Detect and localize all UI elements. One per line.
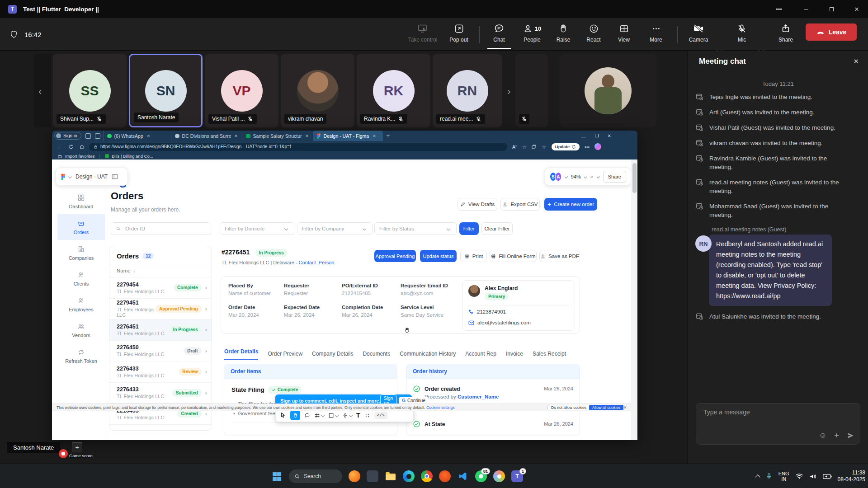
more-button[interactable]: More [646, 22, 666, 49]
sidebar-item-dashboard[interactable]: Dashboard [57, 188, 105, 214]
share-button[interactable]: Share [774, 22, 797, 49]
sidebar-item-companies[interactable]: Companies [57, 240, 105, 266]
tab-search-icon[interactable] [85, 133, 91, 139]
fill-online-form-button[interactable]: Fill Online Form [490, 250, 537, 262]
react-button[interactable]: React [582, 22, 605, 49]
new-tab-icon[interactable]: + [387, 132, 390, 139]
layout-panels-icon[interactable] [112, 174, 118, 179]
browser-tab[interactable]: DC Divisions and Surroundings✕ [171, 131, 242, 141]
deny-cookies-button[interactable]: Do not allow cookies [547, 405, 590, 410]
tab-close-icon[interactable]: ✕ [306, 134, 309, 138]
favorites-bar-icon[interactable]: ☆ [542, 144, 546, 150]
import-favorites-label[interactable]: Import favorites [65, 154, 94, 159]
tab-communication-history[interactable]: Communication History [400, 351, 456, 357]
create-new-order-button[interactable]: +Create new order [544, 198, 597, 211]
spotlight-video-tile[interactable] [559, 54, 656, 127]
app-icon[interactable] [367, 470, 378, 482]
tab-close-icon[interactable]: ✕ [147, 134, 151, 138]
zoom-level[interactable]: 94% [571, 174, 581, 179]
video-tile[interactable]: RK Ravindra K... [357, 54, 430, 127]
move-tool-icon[interactable] [280, 412, 286, 418]
teams-icon[interactable]: T1 [511, 470, 523, 482]
language-indicator[interactable]: ENGIN [778, 471, 789, 482]
figma-file-name[interactable]: Design - UAT [75, 174, 108, 180]
frame-tool[interactable] [314, 413, 324, 418]
scroll-left-chevron-icon[interactable]: ‹ [38, 86, 42, 98]
chat-message-input[interactable] [703, 408, 838, 416]
tab-order-details[interactable]: Order Details [224, 348, 258, 360]
read-aloud-icon[interactable]: A)) [512, 144, 517, 150]
titlebar-more-icon[interactable]: ••• [769, 0, 789, 18]
view-button[interactable]: View [614, 22, 634, 49]
scroll-right-chevron-icon[interactable]: › [507, 86, 510, 98]
order-row[interactable]: 2279451TL Flex Holdings LLC Approval Pen… [109, 299, 212, 320]
tab-account-rep[interactable]: Account Rep [465, 351, 496, 357]
contact-person-link[interactable]: Contact_Person. [299, 260, 336, 265]
collaborator-avatar[interactable]: A [555, 172, 562, 181]
emoji-icon[interactable]: ☺ [819, 431, 827, 440]
tiles-left-paddle[interactable] [34, 54, 51, 127]
browser-minimize-icon[interactable] [581, 133, 586, 138]
tray-expand-chevron-icon[interactable] [755, 474, 760, 479]
browser-signin-button[interactable]: Sign in [54, 132, 81, 140]
sidebar-item-refresh-token[interactable]: Refresh Token [57, 343, 105, 369]
whatsapp-icon[interactable]: 81 [475, 470, 487, 482]
tab-order-preview[interactable]: Order Preview [268, 351, 302, 357]
close-button[interactable]: ✕ [846, 0, 867, 18]
lasso-tool-icon[interactable] [304, 413, 310, 418]
chat-button[interactable]: Chat [487, 22, 511, 49]
file-explorer-icon[interactable] [385, 470, 396, 482]
browser-tab[interactable]: Sample Salary Structure with calc✕ [242, 131, 313, 141]
order-row[interactable]: 2279454TL Flex Holdings LLC Complete› [109, 277, 212, 299]
url-field[interactable]: https://www.figma.com/design/9BKQ0FOHRWa… [89, 143, 507, 151]
figma-share-button[interactable]: Share [603, 171, 626, 183]
browser-maximize-icon[interactable] [595, 133, 599, 138]
tray-mic-icon[interactable] [765, 473, 773, 480]
browser-more-icon[interactable]: ••• [585, 144, 590, 150]
camera-button[interactable]: Camera [685, 22, 712, 49]
column-name[interactable]: Name [117, 268, 131, 273]
send-icon[interactable] [846, 432, 854, 440]
chrome-icon[interactable] [421, 470, 433, 482]
update-button[interactable]: Update [552, 143, 580, 150]
present-play-icon[interactable] [590, 174, 594, 179]
maximize-button[interactable] [821, 0, 842, 18]
wifi-icon[interactable] [795, 473, 803, 479]
mic-button[interactable]: Mic [731, 22, 752, 49]
tab-company-details[interactable]: Company Details [312, 351, 353, 357]
customer-link[interactable]: Customer_Name [458, 394, 499, 399]
overlay-plus-button[interactable]: + [72, 442, 82, 452]
video-tile[interactable]: SS Shivani Sup... [53, 54, 127, 127]
filter-company-select[interactable]: Filter by Company [297, 222, 373, 235]
video-tile-active-speaker[interactable]: SN Santosh Narate [129, 54, 203, 127]
collections-icon[interactable] [531, 144, 537, 150]
hand-tool-icon-active[interactable] [290, 410, 300, 420]
cookies-settings-link[interactable]: Cookies settings [426, 405, 454, 410]
figma-logo-icon[interactable] [61, 174, 66, 180]
browser-tab[interactable]: (6) WhatsApp✕ [103, 131, 171, 141]
tab-sales-receipt[interactable]: Sales Receipt [533, 351, 566, 357]
zoom-chevron-icon[interactable] [584, 175, 587, 178]
brave-icon[interactable] [439, 470, 451, 482]
pop-out-button[interactable]: Pop out [445, 22, 472, 49]
refresh-icon[interactable] [68, 144, 74, 150]
raise-hand-button[interactable]: Raise [552, 22, 574, 49]
order-row-selected[interactable]: 2276451TL Flex Holdings LLC In Progress› [109, 319, 212, 341]
minimize-button[interactable] [796, 0, 816, 18]
print-button[interactable]: Print [460, 250, 487, 262]
browser-close-icon[interactable]: ✕ [608, 133, 611, 138]
sidebar-item-employees[interactable]: Employees [57, 291, 105, 317]
browser-profile-icon[interactable] [493, 470, 505, 482]
home-icon[interactable] [79, 144, 85, 150]
cookie-close-icon[interactable]: ✕ [623, 405, 627, 410]
contact-email[interactable]: alex@vstatefilings.com [477, 320, 531, 325]
video-tile[interactable]: vikram chavan [281, 54, 354, 127]
allow-cookies-button[interactable]: Allow all cookies [589, 405, 623, 410]
people-button[interactable]: 10 People [518, 22, 546, 49]
order-id-search[interactable] [111, 222, 211, 235]
tab-invoice[interactable]: Invoice [506, 351, 523, 357]
clear-filter-button[interactable]: Clear Filter [481, 222, 513, 235]
video-tile[interactable]: RN read.ai mee... [433, 54, 502, 127]
attach-plus-icon[interactable]: + [834, 431, 839, 441]
export-csv-button[interactable]: Export CSV [500, 198, 540, 211]
